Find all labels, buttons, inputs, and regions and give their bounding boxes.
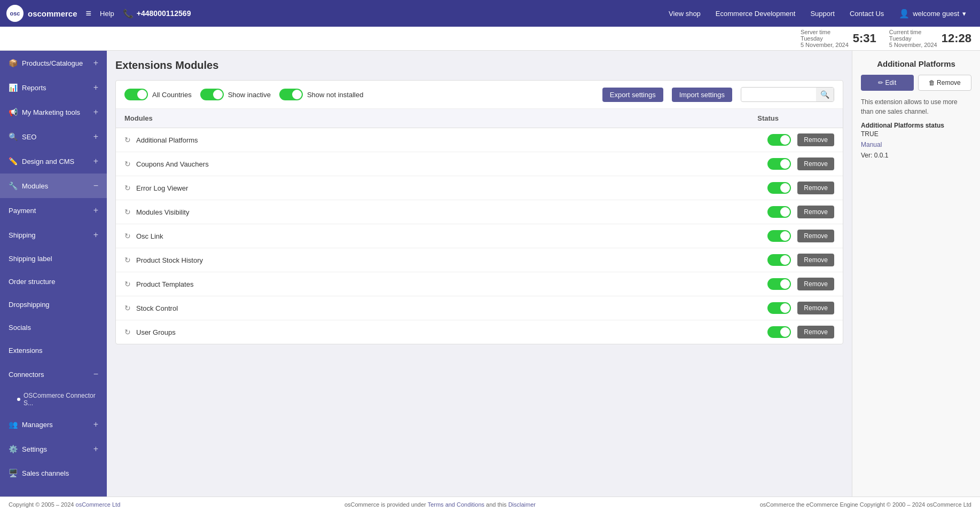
sidebar-item-settings[interactable]: ⚙️Settings + bbox=[0, 437, 107, 461]
search-button[interactable]: 🔍 bbox=[816, 88, 834, 101]
sidebar-item-order-structure[interactable]: Order structure bbox=[0, 270, 107, 293]
show-not-installed-toggle[interactable] bbox=[279, 89, 303, 100]
module-toggle-7[interactable] bbox=[767, 302, 791, 314]
hamburger-menu[interactable]: ≡ bbox=[86, 8, 92, 19]
footer-right: osCommerce the eCommerce Engine Copyrigh… bbox=[760, 501, 971, 508]
right-panel: Additional Platforms ✏ Edit 🗑 Remove Thi… bbox=[852, 51, 980, 497]
show-not-installed-label: Show not installed bbox=[307, 91, 364, 99]
dropdown-arrow-icon: ▾ bbox=[962, 10, 966, 18]
contact-us-link[interactable]: Contact Us bbox=[842, 0, 891, 27]
module-toggle-2[interactable] bbox=[767, 182, 791, 194]
sidebar-item-sales[interactable]: 🖥️Sales channels bbox=[0, 461, 107, 485]
remove-button-8[interactable]: Remove bbox=[797, 326, 834, 338]
sidebar-item-dropshipping[interactable]: Dropshipping bbox=[0, 293, 107, 316]
module-name: Osc Link bbox=[136, 232, 163, 240]
refresh-icon[interactable]: ↻ bbox=[124, 136, 131, 144]
toggle-knob bbox=[213, 90, 223, 99]
toggle-knob bbox=[137, 90, 147, 99]
col-status: Status bbox=[493, 109, 843, 128]
terms-link[interactable]: Terms and Conditions bbox=[428, 501, 484, 508]
server-time-section: Server time Tuesday 5 November, 2024 5:3… bbox=[801, 29, 876, 48]
sidebar-sub-item-oscommerce-connector[interactable]: OSCommerce Connector S... bbox=[0, 387, 107, 412]
copyright-text: Copyright © 2005 – 2024 bbox=[9, 501, 76, 508]
edit-button[interactable]: ✏ Edit bbox=[861, 75, 914, 91]
connectors-expand-icon: − bbox=[93, 369, 98, 379]
sidebar-item-payment[interactable]: Payment + bbox=[0, 198, 107, 223]
user-menu[interactable]: 👤 welcome guest ▾ bbox=[891, 0, 974, 27]
help-link[interactable]: Help bbox=[100, 10, 114, 18]
module-toggle-4[interactable] bbox=[767, 230, 791, 242]
sidebar-item-socials[interactable]: Socials bbox=[0, 316, 107, 339]
sidebar-item-seo[interactable]: 🔍SEO + bbox=[0, 124, 107, 149]
engine-text: osCommerce the eCommerce Engine Copyrigh… bbox=[760, 501, 971, 508]
module-name: Stock Control bbox=[136, 304, 178, 312]
table-row: ↻ Coupons And Vauchers Remove bbox=[116, 152, 843, 176]
refresh-icon[interactable]: ↻ bbox=[124, 304, 131, 312]
show-not-installed-toggle-group: Show not installed bbox=[279, 89, 364, 100]
and-text: and this bbox=[484, 501, 508, 508]
module-toggle-3[interactable] bbox=[767, 206, 791, 218]
sidebar-item-reports[interactable]: 📊Reports + bbox=[0, 75, 107, 100]
refresh-icon[interactable]: ↻ bbox=[124, 256, 131, 264]
view-shop-link[interactable]: View shop bbox=[661, 0, 708, 27]
module-name: Product Stock History bbox=[136, 256, 203, 264]
toggle-knob bbox=[292, 90, 302, 99]
search-box: 🔍 bbox=[741, 87, 834, 102]
manual-link[interactable]: Manual bbox=[861, 141, 971, 148]
show-inactive-toggle[interactable] bbox=[200, 89, 224, 100]
module-toggle-6[interactable] bbox=[767, 278, 791, 290]
logo-area: osc oscommerce bbox=[6, 5, 77, 22]
marketing-expand-icon: + bbox=[93, 107, 98, 117]
remove-button-3[interactable]: Remove bbox=[797, 206, 834, 218]
remove-button-6[interactable]: Remove bbox=[797, 278, 834, 290]
module-name: Error Log Viewer bbox=[136, 184, 188, 192]
remove-button-7[interactable]: Remove bbox=[797, 302, 834, 314]
remove-button-2[interactable]: Remove bbox=[797, 182, 834, 194]
import-settings-button[interactable]: Import settings bbox=[672, 88, 732, 102]
sidebar-item-connectors[interactable]: Connectors − bbox=[0, 362, 107, 387]
export-settings-button[interactable]: Export settings bbox=[602, 88, 663, 102]
support-link[interactable]: Support bbox=[803, 0, 842, 27]
refresh-icon[interactable]: ↻ bbox=[124, 280, 131, 288]
search-input[interactable] bbox=[741, 88, 816, 101]
module-toggle-5[interactable] bbox=[767, 254, 791, 266]
content-area: Extensions Modules All Countries Show in… bbox=[107, 51, 852, 497]
sidebar-item-modules[interactable]: 🔧Modules − bbox=[0, 174, 107, 198]
panel-remove-button[interactable]: 🗑 Remove bbox=[918, 75, 972, 91]
sidebar-item-marketing[interactable]: 📢My Marketing tools + bbox=[0, 100, 107, 124]
refresh-icon[interactable]: ↻ bbox=[124, 232, 131, 240]
table-row: ↻ Additional Platforms Remove bbox=[116, 128, 843, 152]
phone-number: 📞 +448000112569 bbox=[123, 9, 191, 19]
design-expand-icon: + bbox=[93, 156, 98, 166]
sidebar-item-shipping-label[interactable]: Shipping label bbox=[0, 247, 107, 270]
remove-button-4[interactable]: Remove bbox=[797, 230, 834, 242]
osc-link[interactable]: osCommerce Ltd bbox=[76, 501, 121, 508]
module-toggle-1[interactable] bbox=[767, 158, 791, 170]
remove-button-0[interactable]: Remove bbox=[797, 133, 834, 146]
sidebar-item-design[interactable]: ✏️Design and CMS + bbox=[0, 149, 107, 174]
sidebar-item-shipping[interactable]: Shipping + bbox=[0, 223, 107, 247]
settings-expand-icon: + bbox=[93, 444, 98, 454]
refresh-icon[interactable]: ↻ bbox=[124, 160, 131, 168]
products-icon: 📦 bbox=[9, 59, 18, 67]
footer: Copyright © 2005 – 2024 osCommerce Ltd o… bbox=[0, 497, 980, 512]
module-toggle-8[interactable] bbox=[767, 326, 791, 338]
ecommerce-dev-link[interactable]: Ecommerce Development bbox=[708, 0, 803, 27]
refresh-icon[interactable]: ↻ bbox=[124, 328, 131, 336]
all-countries-toggle[interactable] bbox=[124, 89, 148, 100]
panel-actions: ✏ Edit 🗑 Remove bbox=[861, 75, 971, 91]
reports-icon: 📊 bbox=[9, 83, 18, 92]
disclaimer-link[interactable]: Disclaimer bbox=[508, 501, 536, 508]
modules-table: Modules Status ↻ Additional Platforms Re… bbox=[116, 109, 843, 344]
refresh-icon[interactable]: ↻ bbox=[124, 208, 131, 216]
remove-button-1[interactable]: Remove bbox=[797, 157, 834, 170]
module-toggle-0[interactable] bbox=[767, 134, 791, 146]
sidebar-item-managers[interactable]: 👥Managers + bbox=[0, 412, 107, 437]
sidebar-item-extensions[interactable]: Extensions bbox=[0, 339, 107, 362]
sidebar-item-products[interactable]: 📦Products/Catalogue + bbox=[0, 51, 107, 75]
nav-links: View shop Ecommerce Development Support … bbox=[661, 0, 974, 27]
refresh-icon[interactable]: ↻ bbox=[124, 184, 131, 192]
settings-icon: ⚙️ bbox=[9, 445, 18, 453]
welcome-text: welcome guest bbox=[913, 10, 959, 18]
remove-button-5[interactable]: Remove bbox=[797, 254, 834, 266]
